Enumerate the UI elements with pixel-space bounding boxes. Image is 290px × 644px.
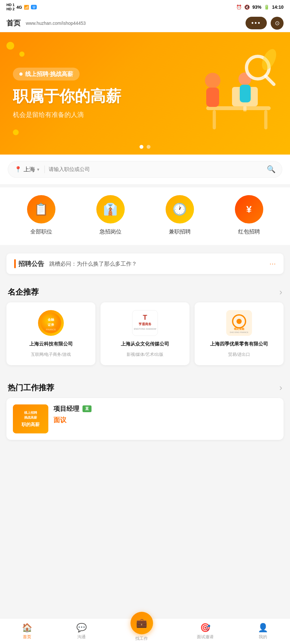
coin-3 bbox=[13, 129, 19, 135]
hot-jobs-more[interactable]: › bbox=[279, 383, 282, 393]
hero-dot-1[interactable] bbox=[140, 145, 143, 149]
svg-line-10 bbox=[266, 76, 274, 84]
status-bar: HD 1HD 2 4G 📶 U ⏰ 🔇 93% 🔋 14:10 bbox=[0, 0, 290, 14]
job-badge-0: 直 bbox=[82, 405, 92, 412]
signal-4g-icon: 4G bbox=[16, 5, 22, 10]
category-all-label: 全部职位 bbox=[30, 228, 52, 235]
svg-text:T: T bbox=[143, 313, 147, 321]
hero-pill: 线上招聘·挑战高薪 bbox=[13, 68, 80, 80]
nav-item-chat[interactable]: 💬 沟通 bbox=[76, 623, 87, 640]
hero-pagination-dots bbox=[140, 145, 150, 149]
svg-rect-1 bbox=[213, 110, 216, 129]
company-name-0: 上海云科技有限公司 bbox=[29, 340, 73, 347]
parttime-jobs-icon: 🕐 bbox=[172, 203, 187, 216]
svg-point-20 bbox=[237, 319, 242, 324]
announcement-tag: 招聘公告 bbox=[14, 259, 44, 268]
hd-indicator: HD 1HD 2 bbox=[6, 3, 15, 11]
browser-scan-button[interactable]: ⊙ bbox=[271, 17, 284, 30]
location-selector[interactable]: 📍 上海 ▾ bbox=[15, 166, 45, 173]
announcement-title: 招聘公告 bbox=[18, 260, 44, 268]
find-job-icon: 💼 bbox=[136, 618, 147, 628]
svg-point-5 bbox=[205, 73, 220, 88]
category-all-jobs[interactable]: 📋 全部职位 bbox=[27, 195, 55, 235]
mute-icon: 🔇 bbox=[244, 5, 250, 10]
company-name-1: 上海从众文化传媒公司 bbox=[121, 340, 169, 347]
category-urgent-jobs[interactable]: 👔 急招岗位 bbox=[96, 195, 125, 235]
signal-bars-icon: 📶 bbox=[24, 5, 29, 10]
mine-icon: 👤 bbox=[258, 623, 268, 633]
category-section: 📋 全部职位 👔 急招岗位 🕐 兼职招聘 ¥ 红包招聘 bbox=[0, 187, 290, 245]
category-redpacket-jobs[interactable]: ¥ 红包招聘 bbox=[235, 195, 263, 235]
search-icon[interactable]: 🔍 bbox=[267, 165, 276, 174]
company-industry-2: 贸易/进出口 bbox=[228, 352, 250, 357]
announcement-text: 跳槽必问：为什么换了那么多工作？ bbox=[49, 260, 264, 268]
category-redpacket-icon-circle: ¥ bbox=[235, 195, 263, 223]
all-jobs-icon: 📋 bbox=[34, 203, 48, 216]
nav-find-job-label: 找工作 bbox=[135, 636, 148, 641]
category-parttime-icon-circle: 🕐 bbox=[166, 195, 194, 223]
svg-rect-4 bbox=[243, 106, 247, 111]
category-all-icon-circle: 📋 bbox=[27, 195, 55, 223]
svg-text:DAD DING FINANCE: DAD DING FINANCE bbox=[230, 331, 248, 333]
hero-pill-dot bbox=[19, 72, 23, 76]
job-info-0: 项目经理 直 面议 bbox=[53, 404, 277, 433]
location-dropdown-icon: ▾ bbox=[37, 167, 39, 172]
status-left: HD 1HD 2 4G 📶 U bbox=[6, 3, 37, 11]
featured-companies-section: 名企推荐 › 金融 证券 FINANCE 上 bbox=[0, 279, 290, 372]
featured-companies-title: 名企推荐 bbox=[8, 287, 39, 297]
svg-text:HENGTONG SHANGWU: HENGTONG SHANGWU bbox=[134, 328, 156, 330]
menu-dots-icon: ••• bbox=[251, 19, 261, 27]
nav-item-mine[interactable]: 👤 我的 bbox=[258, 623, 268, 640]
job-title-0: 项目经理 bbox=[53, 404, 79, 413]
nav-item-find-job[interactable]: 💼 找工作 bbox=[130, 621, 153, 641]
svg-point-11 bbox=[259, 48, 277, 72]
hot-jobs-title: 热门工作推荐 bbox=[8, 383, 54, 393]
nav-mine-label: 我的 bbox=[259, 634, 267, 640]
search-section: 📍 上海 ▾ 🔍 bbox=[0, 155, 290, 184]
hero-image-area bbox=[180, 48, 277, 138]
svg-text:亨通商务: 亨通商务 bbox=[139, 322, 152, 326]
announcement-section[interactable]: 招聘公告 跳槽必问：为什么换了那么多工作？ ⋯ bbox=[6, 253, 284, 274]
company-card-1[interactable]: T 亨通商务 HENGTONG SHANGWU 上海从众文化传媒公司 影视/媒体… bbox=[101, 302, 189, 365]
hero-pill-text: 线上招聘·挑战高薪 bbox=[25, 70, 73, 78]
svg-rect-2 bbox=[264, 110, 267, 129]
hero-banner: 线上招聘·挑战高薪 职属于你的高薪 机会是留给有准备的人滴 bbox=[0, 32, 290, 155]
svg-text:金融: 金融 bbox=[47, 318, 54, 321]
job-thumbnail-0: 线上招聘 挑战高薪 职的高薪 bbox=[13, 404, 48, 433]
browser-page-title: 首页 bbox=[6, 18, 21, 28]
svg-rect-8 bbox=[240, 85, 251, 102]
featured-companies-more[interactable]: › bbox=[279, 287, 282, 297]
company-logo-1: T 亨通商务 HENGTONG SHANGWU bbox=[132, 310, 158, 336]
nav-item-home[interactable]: 🏠 首页 bbox=[22, 623, 32, 640]
wifi-icon: U bbox=[31, 5, 37, 9]
job-title-row-0: 项目经理 直 bbox=[53, 404, 277, 413]
coin-1 bbox=[6, 42, 14, 50]
category-urgent-icon-circle: 👔 bbox=[96, 195, 125, 223]
find-job-center-btn[interactable]: 💼 bbox=[130, 612, 153, 634]
category-parttime-label: 兼职招聘 bbox=[169, 228, 191, 235]
interview-icon: 🎯 bbox=[200, 623, 210, 633]
announcement-more-dots: ⋯ bbox=[269, 260, 276, 268]
company-cards-container: 金融 证券 FINANCE 上海云科技有限公司 互联网/电子商务/游戏 T 亨通… bbox=[0, 302, 290, 372]
chat-icon: 💬 bbox=[76, 623, 87, 633]
divider-1 bbox=[0, 184, 290, 187]
hero-dot-2[interactable] bbox=[147, 145, 150, 149]
job-thumb-inner: 线上招聘 挑战高薪 职的高薪 bbox=[13, 404, 48, 433]
clock: 14:10 bbox=[272, 5, 284, 10]
browser-menu-button[interactable]: ••• bbox=[246, 17, 267, 29]
battery-icon: 🔋 bbox=[264, 5, 269, 10]
job-salary-0: 面议 bbox=[53, 416, 277, 424]
divider-2 bbox=[0, 245, 290, 248]
search-input[interactable] bbox=[49, 166, 263, 172]
company-card-2[interactable]: 稳定金融 DAD DING FINANCE 上海四季优果零售有限公司 贸易/进出… bbox=[195, 302, 284, 365]
announcement-bar-decoration bbox=[14, 259, 16, 268]
company-card-0[interactable]: 金融 证券 FINANCE 上海云科技有限公司 互联网/电子商务/游戏 bbox=[6, 302, 95, 365]
category-parttime-jobs[interactable]: 🕐 兼职招聘 bbox=[166, 195, 194, 235]
nav-item-interview[interactable]: 🎯 面试邀请 bbox=[197, 623, 214, 640]
hero-sub-title: 机会是留给有准备的人滴 bbox=[13, 110, 180, 119]
category-urgent-label: 急招岗位 bbox=[100, 228, 121, 235]
redpacket-jobs-icon: ¥ bbox=[246, 204, 252, 215]
company-logo-0: 金融 证券 FINANCE bbox=[38, 310, 64, 336]
job-card-0[interactable]: 线上招聘 挑战高薪 职的高薪 项目经理 直 面议 bbox=[6, 398, 284, 440]
browser-actions: ••• ⊙ bbox=[246, 17, 284, 30]
